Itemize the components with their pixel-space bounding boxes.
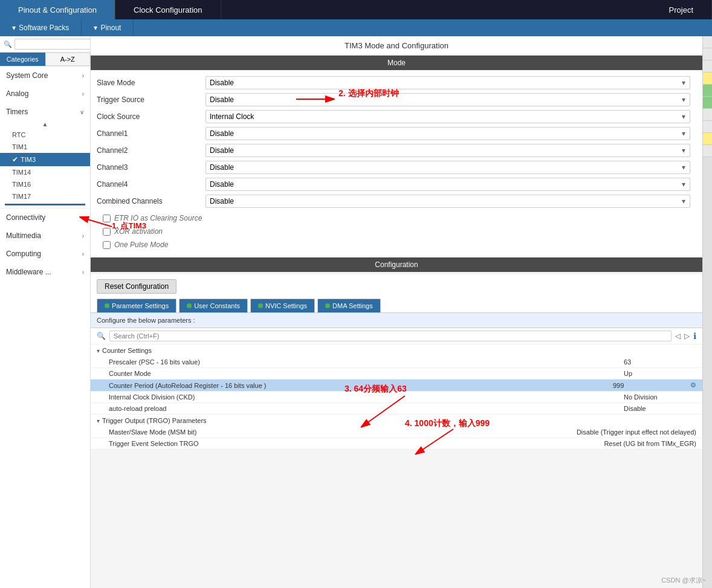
sidebar-item-tim3[interactable]: ✔ TIM3 bbox=[0, 153, 90, 166]
right-panel-item-8[interactable] bbox=[703, 121, 712, 133]
xor-checkbox-row: XOR activation bbox=[97, 225, 690, 238]
slave-mode-select[interactable]: Disable bbox=[206, 76, 690, 89]
top-nav: Pinout & Configuration Clock Configurati… bbox=[0, 0, 712, 19]
sidebar-item-connectivity[interactable]: Connectivity › bbox=[0, 210, 90, 225]
trigger-output-group[interactable]: ▾ Trigger Output (TRGO) Parameters bbox=[91, 415, 702, 427]
search-icon: 🔍 bbox=[97, 332, 106, 340]
tab-az[interactable]: A->Z bbox=[45, 53, 91, 66]
tab-user-constants[interactable]: User Constants bbox=[179, 299, 248, 312]
counter-settings-group[interactable]: ▾ Counter Settings bbox=[91, 344, 702, 357]
mode-section-header: Mode bbox=[91, 56, 702, 70]
nav-pinout[interactable]: ▾ Pinout bbox=[82, 19, 134, 36]
right-panel-item-5[interactable] bbox=[703, 85, 712, 97]
secondary-nav: ▾ Software Packs ▾ Pinout bbox=[0, 19, 712, 36]
nav-software-packs[interactable]: ▾ Software Packs bbox=[0, 19, 82, 36]
right-panel-item-9[interactable] bbox=[703, 133, 712, 145]
channel2-row: Channel2 Disable bbox=[97, 144, 690, 157]
chevron-down-icon: ▾ bbox=[94, 24, 97, 32]
right-panel-item-2[interactable] bbox=[703, 48, 712, 60]
right-panel-item-6[interactable] bbox=[703, 97, 712, 109]
trgo-row: Trigger Event Selection TRGO Reset (UG b… bbox=[91, 438, 702, 450]
sidebar-search-row: 🔍 ▾ bbox=[0, 36, 90, 53]
config-params-label: Configure the below parameters : bbox=[91, 313, 702, 328]
timers-scroll-up[interactable]: ▲ bbox=[0, 120, 90, 129]
active-dot bbox=[187, 303, 192, 308]
prev-result-icon[interactable]: ◁ bbox=[675, 332, 681, 340]
counter-period-row: Counter Period (AutoReload Register - 16… bbox=[91, 380, 702, 392]
xor-label: XOR activation bbox=[114, 227, 163, 236]
chevron-right-icon: › bbox=[82, 215, 84, 221]
section-middleware: Middleware ... › bbox=[0, 263, 90, 281]
sidebar-item-computing[interactable]: Computing › bbox=[0, 246, 90, 262]
chevron-right-icon: › bbox=[82, 233, 84, 239]
param-search-input[interactable] bbox=[109, 331, 672, 341]
sidebar-search-input[interactable] bbox=[15, 39, 91, 50]
nav-clock-config[interactable]: Clock Configuration bbox=[115, 0, 221, 19]
sidebar-item-timers[interactable]: Timers ∨ bbox=[0, 104, 90, 120]
sidebar-item-tim1[interactable]: TIM1 bbox=[0, 141, 90, 153]
search-icon: 🔍 bbox=[4, 40, 12, 48]
sidebar-item-system-core[interactable]: System Core › bbox=[0, 68, 90, 83]
right-panel-item-4[interactable] bbox=[703, 73, 712, 85]
sidebar-item-tim17[interactable]: TIM17 bbox=[0, 190, 90, 202]
chevron-right-icon: › bbox=[82, 73, 84, 79]
right-panel-item-3[interactable] bbox=[703, 60, 712, 73]
sidebar-item-tim16[interactable]: TIM16 bbox=[0, 178, 90, 190]
combined-channels-row: Combined Channels Disable bbox=[97, 195, 690, 208]
channel4-select-wrapper: Disable bbox=[206, 178, 690, 191]
channel3-select[interactable]: Disable bbox=[206, 161, 690, 174]
section-computing: Computing › bbox=[0, 245, 90, 263]
sidebar: 🔍 ▾ Categories A->Z System Core › bbox=[0, 36, 91, 588]
reset-config-button[interactable]: Reset Configuration bbox=[97, 279, 176, 294]
onepulse-label: One Pulse Mode bbox=[114, 241, 168, 249]
clock-source-select[interactable]: Internal Clock bbox=[206, 110, 690, 123]
tab-dma-settings[interactable]: DMA Settings bbox=[317, 299, 381, 312]
nav-pinout-config[interactable]: Pinout & Configuration bbox=[0, 0, 115, 19]
tab-nvic-settings[interactable]: NVIC Settings bbox=[250, 299, 315, 312]
trigger-source-select-wrapper: Disable bbox=[206, 93, 690, 106]
slave-mode-select-wrapper: Disable bbox=[206, 76, 690, 89]
section-connectivity: Connectivity › bbox=[0, 208, 90, 227]
tab-parameter-settings[interactable]: Parameter Settings bbox=[97, 299, 176, 312]
nav-project[interactable]: Project bbox=[651, 0, 712, 19]
tab-categories[interactable]: Categories bbox=[0, 53, 45, 66]
sidebar-item-tim14[interactable]: TIM14 bbox=[0, 166, 90, 178]
channel4-select[interactable]: Disable bbox=[206, 178, 690, 191]
combined-channels-select[interactable]: Disable bbox=[206, 195, 690, 208]
chevron-right-icon: › bbox=[82, 91, 84, 97]
clock-source-select-wrapper: Internal Clock bbox=[206, 110, 690, 123]
sidebar-item-multimedia[interactable]: Multimedia › bbox=[0, 228, 90, 244]
xor-checkbox[interactable] bbox=[103, 228, 111, 236]
content-title: TIM3 Mode and Configuration bbox=[91, 36, 702, 56]
onepulse-checkbox-row: One Pulse Mode bbox=[97, 238, 690, 251]
channel2-label: Channel2 bbox=[97, 146, 206, 155]
clock-source-row: Clock Source Internal Clock bbox=[97, 110, 690, 123]
channel1-label: Channel1 bbox=[97, 129, 206, 138]
etr-checkbox[interactable] bbox=[103, 215, 111, 222]
channel1-select[interactable]: Disable bbox=[206, 127, 690, 140]
right-panel-item-10[interactable] bbox=[703, 145, 712, 157]
etr-label: ETR IO as Clearing Source bbox=[114, 214, 202, 222]
trigger-source-label: Trigger Source bbox=[97, 95, 206, 104]
onepulse-checkbox[interactable] bbox=[103, 241, 111, 249]
section-timers: Timers ∨ ▲ RTC TIM1 ✔ TIM3 TIM14 bbox=[0, 103, 90, 208]
next-result-icon[interactable]: ▷ bbox=[684, 332, 690, 340]
right-panel-item-1[interactable] bbox=[703, 36, 712, 48]
chevron-right-icon: › bbox=[82, 251, 84, 257]
active-dot bbox=[325, 303, 330, 308]
channel2-select[interactable]: Disable bbox=[206, 144, 690, 157]
chevron-down-icon: ▾ bbox=[12, 24, 16, 32]
channel3-label: Channel3 bbox=[97, 163, 206, 172]
sidebar-item-middleware[interactable]: Middleware ... › bbox=[0, 264, 90, 280]
right-panel-item-7[interactable] bbox=[703, 109, 712, 121]
mode-section: Slave Mode Disable Trigger Source Disabl… bbox=[91, 70, 702, 257]
gear-icon[interactable]: ⚙ bbox=[690, 381, 696, 389]
chevron-down-icon: ∨ bbox=[80, 109, 84, 115]
sidebar-tab-bar: Categories A->Z bbox=[0, 53, 90, 66]
sidebar-item-rtc[interactable]: RTC bbox=[0, 129, 90, 141]
channel1-row: Channel1 Disable bbox=[97, 127, 690, 140]
info-icon[interactable]: ℹ bbox=[693, 331, 696, 341]
trigger-source-select[interactable]: Disable bbox=[206, 93, 690, 106]
active-dot bbox=[105, 303, 109, 308]
sidebar-item-analog[interactable]: Analog › bbox=[0, 86, 90, 102]
